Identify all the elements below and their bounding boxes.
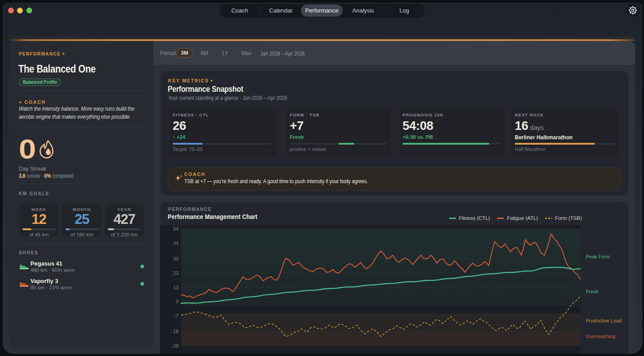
svg-text:Peak Form: Peak Form [586, 254, 610, 259]
svg-text:33: 33 [173, 256, 178, 262]
svg-text:54: 54 [173, 226, 178, 232]
svg-text:Productive Load: Productive Load [586, 318, 622, 323]
svg-text:Overreaching: Overreaching [586, 334, 615, 339]
svg-text:-28: -28 [172, 343, 178, 348]
svg-text:13: 13 [173, 285, 178, 290]
svg-text:-7: -7 [174, 313, 178, 318]
svg-text:44: 44 [173, 240, 178, 246]
svg-text:-18: -18 [172, 329, 178, 334]
svg-text:23: 23 [173, 270, 178, 276]
svg-text:Fresh: Fresh [586, 289, 598, 294]
svg-text:3: 3 [176, 299, 178, 304]
